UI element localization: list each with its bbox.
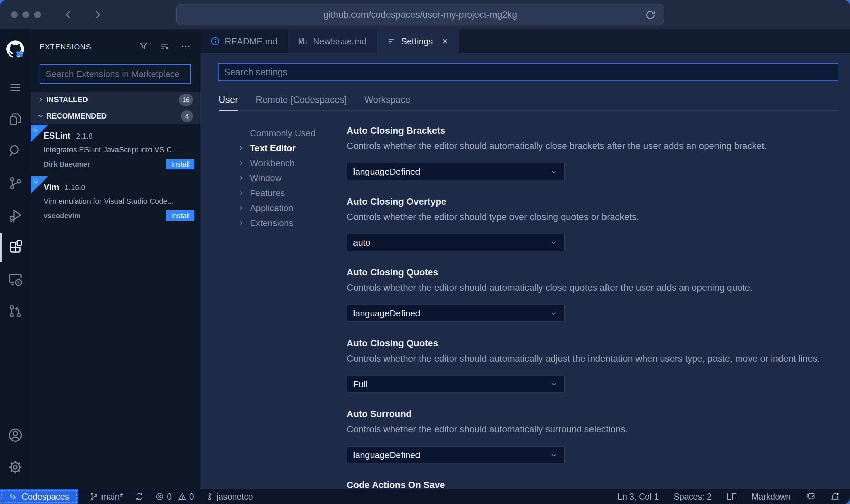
problems-indicator[interactable]: 0 0 xyxy=(155,492,194,502)
setting-title: Auto Closing Brackets xyxy=(347,126,838,136)
extensions-search-input[interactable]: Search Extensions in Marketplace xyxy=(40,64,191,84)
tree-item-label: Window xyxy=(250,173,281,184)
address-bar[interactable]: github.com/codespaces/user-my-project-mg… xyxy=(176,4,664,25)
setting-dropdown[interactable]: auto xyxy=(347,234,565,251)
reload-icon[interactable] xyxy=(645,9,656,22)
remote-explorer-icon[interactable] xyxy=(0,267,31,292)
setting-dropdown[interactable]: Full xyxy=(347,376,565,393)
install-button[interactable]: Install xyxy=(166,159,194,169)
setting-entry: Code Actions On Save xyxy=(347,480,838,489)
run-debug-icon[interactable] xyxy=(0,203,31,227)
indentation-setting[interactable]: Spaces: 2 xyxy=(674,492,711,502)
section-installed[interactable]: INSTALLED 16 xyxy=(31,92,200,108)
pull-requests-icon[interactable] xyxy=(0,299,31,324)
chevron-right-icon xyxy=(238,174,250,182)
setting-dropdown[interactable]: languageDefined xyxy=(347,305,565,322)
text-cursor xyxy=(44,68,44,80)
branch-indicator[interactable]: main* xyxy=(90,492,123,502)
dropdown-value: Full xyxy=(353,379,549,390)
feedback-icon[interactable] xyxy=(806,492,815,501)
search-icon[interactable] xyxy=(0,139,31,163)
setting-entry: Auto Closing Overtype Controls whether t… xyxy=(347,196,838,251)
tab-newissue[interactable]: M↓ NewIssue.md xyxy=(288,29,377,53)
scope-tab-workspace[interactable]: Workspace xyxy=(364,95,410,105)
back-icon[interactable] xyxy=(63,9,74,20)
tree-item-commonly-used[interactable]: Commonly Used xyxy=(238,126,347,141)
settings-gear-icon[interactable] xyxy=(0,455,31,479)
dropdown-value: languageDefined xyxy=(353,450,549,460)
forward-icon[interactable] xyxy=(92,9,104,20)
chevron-right-icon xyxy=(238,219,250,227)
tab-readme[interactable]: README.md xyxy=(200,29,288,53)
setting-title: Auto Surround xyxy=(347,409,838,420)
cursor-position[interactable]: Ln 3, Col 1 xyxy=(617,492,659,502)
section-label: RECOMMENDED xyxy=(46,112,181,121)
clear-extensions-search-icon[interactable] xyxy=(159,41,170,53)
user-indicator[interactable]: jasonetco xyxy=(206,492,253,502)
minimize-window-button[interactable] xyxy=(22,11,29,18)
tab-label: README.md xyxy=(225,36,278,47)
chevron-right-icon xyxy=(238,189,250,197)
tab-settings[interactable]: Settings xyxy=(377,29,460,53)
branch-icon xyxy=(90,492,98,501)
extension-publisher: vscodevim xyxy=(44,211,81,220)
sync-button[interactable] xyxy=(135,492,144,501)
setting-title: Auto Closing Quotes xyxy=(347,267,838,278)
menu-hamburger-icon[interactable] xyxy=(0,75,31,99)
scope-tab-remote[interactable]: Remote [Codespaces] xyxy=(256,95,347,105)
section-recommended[interactable]: RECOMMENDED 4 xyxy=(31,108,200,124)
editor-tab-bar: README.md M↓ NewIssue.md Settings xyxy=(200,29,850,53)
warning-count: 0 xyxy=(189,492,194,502)
url-text: github.com/codespaces/user-my-project-mg… xyxy=(177,10,664,20)
codespaces-remote-button[interactable]: Codespaces xyxy=(0,489,78,504)
account-icon[interactable] xyxy=(0,423,31,447)
extension-list-item[interactable]: ☆ Vim 1.16.0 Vim emulation for Visual St… xyxy=(31,176,200,227)
explorer-icon[interactable] xyxy=(0,107,31,131)
chevron-right-icon xyxy=(238,159,250,167)
chevron-down-icon xyxy=(549,451,558,459)
recommended-count-badge: 4 xyxy=(181,110,193,122)
install-button[interactable]: Install xyxy=(166,210,194,221)
source-control-icon[interactable] xyxy=(0,171,31,195)
chevron-right-icon xyxy=(238,144,250,152)
setting-dropdown[interactable]: languageDefined xyxy=(347,163,565,180)
setting-title: Auto Closing Overtype xyxy=(347,196,838,207)
installed-count-badge: 16 xyxy=(179,94,193,106)
extension-description: Integrates ESLint JavaScript into VS C..… xyxy=(44,145,194,154)
settings-editor: User Remote [Codespaces] Workspace Commo… xyxy=(200,53,850,489)
settings-search-input[interactable] xyxy=(218,63,838,81)
tree-item-application[interactable]: Application xyxy=(238,201,347,216)
sync-icon xyxy=(135,492,144,501)
more-actions-icon[interactable] xyxy=(180,41,191,53)
error-count: 0 xyxy=(167,492,172,502)
setting-dropdown[interactable]: languageDefined xyxy=(347,446,565,463)
dropdown-value: languageDefined xyxy=(353,167,549,177)
browser-window: github.com/codespaces/user-my-project-mg… xyxy=(0,0,850,504)
tree-item-features[interactable]: Features xyxy=(238,186,347,201)
chevron-down-icon xyxy=(549,380,558,389)
extensions-icon[interactable] xyxy=(0,235,31,259)
chevron-down-icon xyxy=(35,112,46,120)
branch-name: main* xyxy=(101,492,123,502)
settings-tree: Commonly Used Text Editor Workbench xyxy=(218,126,347,489)
scope-tab-user[interactable]: User xyxy=(219,95,238,105)
setting-entry: Auto Surround Controls whether the edito… xyxy=(347,409,838,463)
extension-publisher: Dirk Baeumer xyxy=(44,160,90,168)
close-window-button[interactable] xyxy=(11,11,18,18)
codespaces-label: Codespaces xyxy=(22,492,69,502)
notifications-bell-icon[interactable] xyxy=(830,492,840,501)
tree-item-extensions[interactable]: Extensions xyxy=(238,216,347,231)
dropdown-value: auto xyxy=(353,237,549,248)
language-mode[interactable]: Markdown xyxy=(752,492,791,502)
extension-list-item[interactable]: ☆ ESLint 2.1.8 Integrates ESLint JavaScr… xyxy=(31,125,200,176)
close-tab-icon[interactable] xyxy=(441,37,449,45)
editor-area: README.md M↓ NewIssue.md Settings xyxy=(200,29,850,489)
tree-item-text-editor[interactable]: Text Editor xyxy=(238,141,347,156)
status-bar: Codespaces main* 0 xyxy=(0,489,850,504)
tree-item-workbench[interactable]: Workbench xyxy=(238,156,347,171)
filter-icon[interactable] xyxy=(139,41,149,53)
maximize-window-button[interactable] xyxy=(34,11,41,18)
markdown-icon: M↓ xyxy=(298,37,308,46)
tree-item-window[interactable]: Window xyxy=(238,171,347,186)
eol-setting[interactable]: LF xyxy=(726,492,736,502)
